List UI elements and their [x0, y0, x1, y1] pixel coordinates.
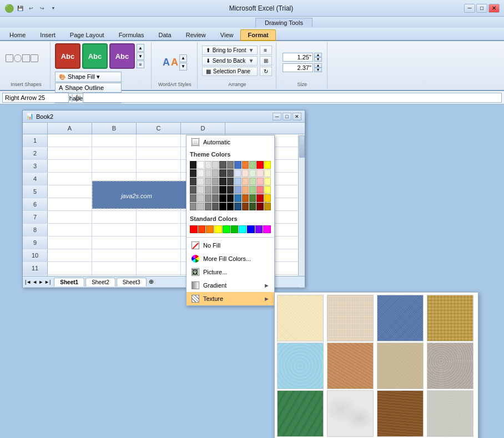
color-swatch[interactable]	[227, 186, 234, 194]
grid-cell[interactable]	[48, 134, 92, 147]
styles-scroll-down[interactable]: ▼	[137, 52, 144, 60]
color-swatch[interactable]	[190, 194, 196, 202]
grid-cell[interactable]	[92, 262, 137, 274]
grid-cell[interactable]	[92, 236, 137, 249]
color-swatch[interactable]	[205, 203, 211, 210]
row-header[interactable]: 1	[23, 134, 48, 147]
bring-to-front-btn[interactable]: ⬆ Bring to Front ▼	[202, 46, 258, 55]
tab-formulas[interactable]: Formulas	[112, 29, 152, 40]
selection-pane-btn[interactable]: ▦ Selection Pane	[202, 67, 258, 76]
undo-quick-btn[interactable]: ↩	[26, 3, 36, 13]
color-swatch[interactable]	[227, 203, 234, 210]
grid-cell[interactable]	[48, 198, 92, 210]
shape-circle[interactable]	[14, 54, 22, 62]
col-header-a[interactable]: A	[48, 123, 92, 134]
tab-page-layout[interactable]: Page Layout	[63, 29, 112, 40]
color-swatch[interactable]	[239, 225, 246, 233]
grid-cell[interactable]	[48, 249, 92, 261]
row-header[interactable]: 11	[23, 262, 48, 274]
win-minimize[interactable]: ─	[273, 113, 281, 120]
texture-clouds[interactable]	[327, 390, 374, 437]
tab-view[interactable]: View	[213, 29, 241, 40]
grid-cell[interactable]	[92, 249, 137, 261]
tab-review[interactable]: Review	[179, 29, 213, 40]
color-swatch[interactable]	[227, 169, 234, 177]
color-swatch[interactable]	[197, 178, 204, 185]
color-swatch[interactable]	[205, 178, 211, 185]
last-sheet-btn[interactable]: ►|	[44, 279, 51, 285]
color-swatch[interactable]	[197, 194, 204, 202]
grid-cell[interactable]	[48, 185, 92, 198]
win-restore[interactable]: □	[283, 113, 291, 120]
first-sheet-btn[interactable]: |◄	[25, 279, 31, 285]
color-swatch[interactable]	[249, 161, 256, 169]
styles-more[interactable]: ≡	[137, 61, 144, 68]
color-swatch[interactable]	[234, 186, 241, 194]
color-swatch[interactable]	[219, 178, 226, 185]
color-swatch[interactable]	[190, 178, 196, 185]
color-swatch[interactable]	[256, 161, 263, 169]
grid-cell[interactable]	[137, 249, 181, 261]
color-swatch[interactable]	[256, 186, 263, 194]
row-header[interactable]: 2	[23, 147, 48, 159]
color-swatch[interactable]	[190, 161, 196, 169]
grid-cell[interactable]	[48, 211, 92, 223]
shape-rounded[interactable]	[31, 54, 38, 62]
row-header[interactable]: 7	[23, 211, 48, 223]
color-swatch[interactable]	[249, 203, 256, 210]
color-swatch[interactable]	[205, 161, 211, 169]
color-swatch[interactable]	[227, 194, 234, 202]
color-swatch[interactable]	[264, 161, 271, 169]
grid-cell[interactable]	[48, 262, 92, 274]
grid-cell[interactable]	[137, 236, 181, 249]
grid-cell[interactable]	[48, 224, 92, 236]
styles-scroll-up[interactable]: ▲	[137, 44, 144, 52]
grid-cell[interactable]	[137, 262, 181, 274]
minimize-btn[interactable]: ─	[464, 4, 475, 13]
scroll-thumb[interactable]	[299, 135, 305, 158]
color-swatch[interactable]	[242, 186, 249, 194]
color-swatch[interactable]	[198, 225, 206, 233]
texture-crumpled[interactable]	[327, 343, 374, 389]
automatic-item[interactable]: Automatic	[187, 135, 274, 149]
color-swatch[interactable]	[249, 178, 256, 185]
color-swatch[interactable]	[242, 169, 249, 177]
color-swatch[interactable]	[234, 161, 241, 169]
color-swatch[interactable]	[242, 161, 249, 169]
color-swatch[interactable]	[223, 225, 230, 233]
texture-denim[interactable]	[377, 295, 424, 341]
color-swatch[interactable]	[234, 203, 241, 210]
color-swatch[interactable]	[249, 194, 256, 202]
color-swatch[interactable]	[219, 169, 226, 177]
color-swatch[interactable]	[234, 169, 241, 177]
color-swatch[interactable]	[190, 186, 196, 194]
formula-input[interactable]	[83, 93, 502, 103]
texture-paper[interactable]	[277, 295, 324, 341]
sheet-tab-1[interactable]: Sheet1	[54, 278, 84, 286]
row-header[interactable]: 6	[23, 198, 48, 210]
color-swatch[interactable]	[197, 161, 204, 169]
shape-s3[interactable]	[22, 63, 30, 71]
color-swatch[interactable]	[256, 169, 263, 177]
width-up[interactable]: ▲	[314, 63, 322, 68]
next-sheet-btn[interactable]: ►	[38, 279, 43, 285]
texture-sand[interactable]	[427, 390, 473, 437]
add-sheet-btn[interactable]: ⊕	[149, 278, 154, 285]
color-swatch[interactable]	[212, 178, 219, 185]
tab-format[interactable]: Format	[240, 29, 275, 41]
no-fill-item[interactable]: No Fill	[187, 239, 274, 252]
save-quick-btn[interactable]: 💾	[15, 3, 25, 13]
col-header-c[interactable]: C	[137, 123, 181, 134]
color-swatch[interactable]	[264, 203, 271, 210]
name-box[interactable]: Right Arrow 25	[2, 93, 69, 103]
tab-insert[interactable]: Insert	[33, 29, 63, 40]
texture-fossil[interactable]	[377, 343, 424, 389]
grid-cell[interactable]	[48, 236, 92, 249]
texture-water[interactable]	[277, 343, 324, 389]
shape-outline-btn[interactable]: A Shape Outline	[55, 83, 122, 93]
color-swatch[interactable]	[247, 225, 255, 233]
color-swatch[interactable]	[197, 186, 204, 194]
color-swatch[interactable]	[234, 178, 241, 185]
col-header-d[interactable]: D	[181, 123, 225, 134]
texture-woven[interactable]	[427, 295, 473, 341]
